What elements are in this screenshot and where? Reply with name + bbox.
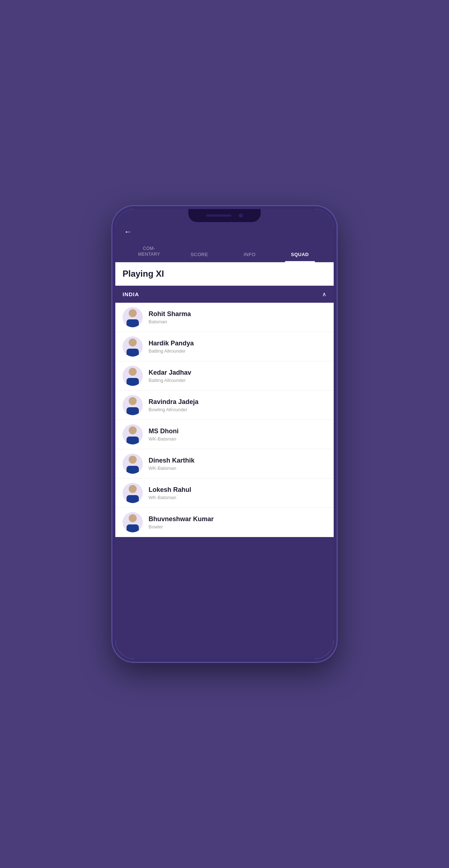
avatar [123,424,143,444]
avatar [123,512,143,532]
table-row[interactable]: Rohit Sharma Batsman [115,303,334,332]
player-info: Kedar Jadhav Batting Allrounder [149,369,326,383]
back-button[interactable]: ← [124,227,325,237]
player-info: Hardik Pandya Batting Allrounder [149,339,326,354]
phone-frame: ← COM-MENTARY SCORE INFO SQUAD Playing X… [112,206,337,662]
player-name: MS Dhoni [149,427,326,435]
tab-score[interactable]: SCORE [174,248,224,262]
main-content: Playing XI INDIA ∧ [115,262,334,537]
avatar [123,366,143,386]
player-name: Rohit Sharma [149,310,326,318]
table-row[interactable]: Ravindra Jadeja Bowling Allrounder [115,391,334,420]
avatar [123,395,143,415]
table-row[interactable]: Bhuvneshwar Kumar Bowler [115,508,334,537]
phone-wrapper: ← COM-MENTARY SCORE INFO SQUAD Playing X… [112,206,337,662]
tab-squad[interactable]: SQUAD [275,248,325,262]
player-info: Bhuvneshwar Kumar Bowler [149,515,326,529]
avatar [123,307,143,327]
table-row[interactable]: Lokesh Rahul WK-Batsman [115,478,334,508]
notch [188,209,261,222]
section-title: Playing XI [115,262,334,286]
app-content: ← COM-MENTARY SCORE INFO SQUAD Playing X… [115,209,334,659]
player-role: Bowling Allrounder [149,407,326,412]
player-role: Batting Allrounder [149,348,326,354]
player-name: Ravindra Jadeja [149,398,326,406]
player-name: Hardik Pandya [149,339,326,348]
player-role: WK-Batsman [149,495,326,500]
speaker [206,214,231,217]
player-name: Bhuvneshwar Kumar [149,515,326,523]
player-role: WK-Batsman [149,436,326,442]
player-role: WK-Batsman [149,465,326,471]
avatar [123,336,143,357]
country-header[interactable]: INDIA ∧ [115,286,334,303]
avatar [123,454,143,474]
phone-screen: ← COM-MENTARY SCORE INFO SQUAD Playing X… [115,209,334,659]
player-list: Rohit Sharma Batsman [115,303,334,537]
avatar [123,483,143,503]
player-name: Kedar Jadhav [149,369,326,377]
camera [239,213,243,218]
player-info: Lokesh Rahul WK-Batsman [149,486,326,500]
table-row[interactable]: Kedar Jadhav Batting Allrounder [115,361,334,391]
player-role: Batsman [149,319,326,324]
player-info: Dinesh Karthik WK-Batsman [149,456,326,471]
player-role: Bowler [149,524,326,529]
chevron-up-icon: ∧ [322,291,326,298]
country-name: INDIA [123,291,139,297]
player-info: Ravindra Jadeja Bowling Allrounder [149,398,326,412]
tab-bar: COM-MENTARY SCORE INFO SQUAD [124,242,325,262]
tab-info[interactable]: INFO [224,248,275,262]
player-info: MS Dhoni WK-Batsman [149,427,326,442]
table-row[interactable]: Dinesh Karthik WK-Batsman [115,449,334,478]
player-info: Rohit Sharma Batsman [149,310,326,324]
player-role: Batting Allrounder [149,378,326,383]
player-name: Dinesh Karthik [149,456,326,465]
table-row[interactable]: MS Dhoni WK-Batsman [115,420,334,449]
tab-commentary[interactable]: COM-MENTARY [124,242,174,262]
table-row[interactable]: Hardik Pandya Batting Allrounder [115,332,334,361]
player-name: Lokesh Rahul [149,486,326,494]
